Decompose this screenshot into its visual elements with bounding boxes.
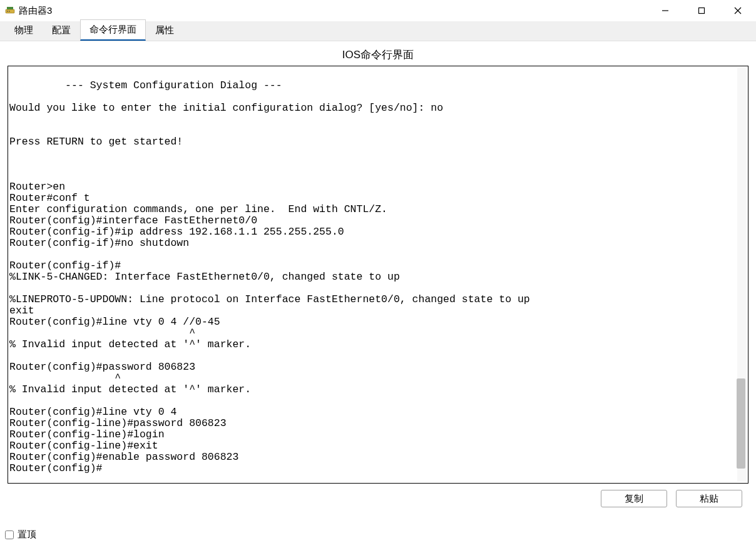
svg-rect-5	[699, 8, 705, 14]
tabs-bar: 物理 配置 命令行界面 属性	[0, 21, 756, 41]
topmost-checkbox[interactable]	[5, 530, 14, 539]
svg-rect-0	[6, 9, 14, 13]
title-left: 路由器3	[5, 5, 52, 17]
close-button[interactable]	[720, 0, 756, 21]
svg-point-3	[9, 11, 10, 12]
copy-button[interactable]: 复制	[601, 490, 667, 507]
scrollbar-track[interactable]	[737, 68, 747, 482]
window-title: 路由器3	[19, 5, 52, 17]
window-controls	[647, 0, 756, 21]
title-bar: 路由器3	[0, 0, 756, 21]
tab-cli[interactable]: 命令行界面	[80, 19, 146, 41]
router-icon	[5, 6, 15, 16]
button-row: 复制 粘贴	[8, 484, 748, 507]
cli-output[interactable]: --- System Configuration Dialog --- Woul…	[8, 66, 748, 483]
svg-rect-1	[7, 7, 13, 9]
minimize-button[interactable]	[647, 0, 683, 21]
tab-attributes[interactable]: 属性	[146, 20, 183, 41]
close-icon	[734, 7, 742, 14]
svg-point-2	[7, 11, 8, 12]
scrollbar-thumb[interactable]	[737, 378, 745, 469]
cli-wrapper: --- System Configuration Dialog --- Woul…	[8, 66, 748, 484]
content-area: IOS命令行界面 --- System Configuration Dialog…	[0, 41, 756, 507]
minimize-icon	[662, 7, 669, 14]
tab-config[interactable]: 配置	[43, 20, 80, 41]
maximize-icon	[698, 7, 705, 14]
cli-subtitle: IOS命令行界面	[8, 48, 748, 62]
tab-physical[interactable]: 物理	[5, 20, 43, 41]
paste-button[interactable]: 粘贴	[676, 490, 742, 507]
topmost-label: 置顶	[18, 529, 36, 540]
footer: 置顶	[5, 529, 36, 540]
maximize-button[interactable]	[683, 0, 720, 21]
